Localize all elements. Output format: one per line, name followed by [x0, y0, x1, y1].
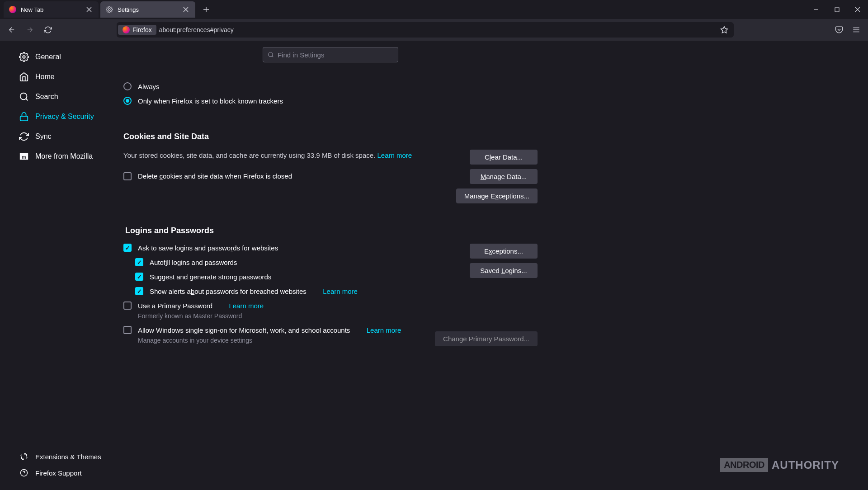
logins-exceptions-button[interactable]: Exceptions...	[470, 244, 538, 259]
learn-more-link[interactable]: Learn more	[229, 302, 264, 310]
maximize-button[interactable]	[826, 0, 847, 19]
svg-text:m: m	[22, 155, 26, 160]
checkbox-label: Use a Primary Password	[138, 302, 212, 310]
checkbox-label: Allow Windows single sign-on for Microso…	[138, 326, 350, 334]
sidebar-label: Search	[35, 93, 58, 101]
checkbox-label: Autofill logins and passwords	[150, 259, 237, 266]
checkbox-autofill[interactable]: Autofill logins and passwords	[135, 258, 424, 266]
sidebar-item-more-mozilla[interactable]: m More from Mozilla	[17, 146, 111, 166]
clear-data-button[interactable]: Clear Data...	[470, 150, 538, 165]
pocket-button[interactable]	[832, 23, 846, 37]
mozilla-icon: m	[19, 151, 29, 161]
settings-search-input[interactable]: Find in Settings	[263, 47, 398, 62]
cookies-description: Your stored cookies, site data, and cach…	[123, 150, 445, 161]
checkbox-icon	[123, 172, 132, 180]
new-tab-button[interactable]	[199, 2, 213, 17]
checkbox-icon	[123, 326, 132, 334]
svg-point-0	[108, 9, 110, 10]
svg-point-14	[269, 52, 273, 57]
sidebar-label: Sync	[35, 132, 52, 141]
url-bar[interactable]: Firefox about:preferences#privacy	[117, 22, 734, 38]
saved-logins-button[interactable]: Saved Logins...	[470, 263, 538, 278]
sidebar-label: Home	[35, 73, 55, 81]
checkbox-primary-password[interactable]: Use a Primary Password Learn more	[123, 302, 424, 310]
checkbox-delete-on-close[interactable]: Delete cookies and site data when Firefo…	[123, 172, 445, 180]
manage-exceptions-button[interactable]: Manage Exceptions...	[456, 188, 538, 203]
lock-icon	[19, 112, 29, 122]
sync-icon	[19, 132, 29, 141]
radio-label: Only when Firefox is set to block known …	[138, 97, 283, 105]
reload-button[interactable]	[41, 23, 55, 37]
settings-sidebar: General Home Search Privacy & Security S…	[0, 41, 111, 490]
sso-subtext: Manage accounts in your device settings	[138, 337, 424, 344]
url-text: about:preferences#privacy	[159, 26, 718, 33]
svg-line-8	[26, 99, 28, 100]
sidebar-item-home[interactable]: Home	[17, 67, 111, 87]
learn-more-link[interactable]: Learn more	[367, 326, 401, 334]
checkbox-ask-save[interactable]: Ask to save logins and passwords for web…	[123, 244, 424, 252]
svg-line-15	[272, 56, 274, 57]
learn-more-link[interactable]: Learn more	[377, 151, 412, 159]
radio-icon	[123, 97, 132, 105]
svg-marker-2	[721, 27, 728, 33]
identity-box[interactable]: Firefox	[118, 25, 156, 35]
app-menu-button[interactable]	[849, 23, 863, 37]
primary-password-subtext: Formerly known as Master Password	[138, 312, 424, 320]
settings-main: Find in Settings Always Only when Firefo…	[111, 41, 868, 490]
bookmark-star-icon[interactable]	[718, 24, 730, 36]
gear-icon	[19, 52, 29, 62]
sidebar-label: More from Mozilla	[35, 152, 93, 160]
checkbox-icon	[135, 287, 143, 295]
titlebar: New Tab Settings	[0, 0, 868, 19]
gear-icon	[106, 6, 113, 13]
checkbox-label: Show alerts about passwords for breached…	[150, 287, 307, 295]
search-icon	[19, 92, 29, 102]
tab-new-tab[interactable]: New Tab	[4, 1, 99, 18]
sidebar-label: Extensions & Themes	[35, 453, 101, 461]
sidebar-label: Privacy & Security	[35, 113, 94, 121]
forward-button[interactable]	[23, 23, 37, 37]
close-icon[interactable]	[182, 5, 190, 14]
close-icon[interactable]	[85, 5, 93, 14]
firefox-icon	[123, 26, 130, 33]
firefox-icon	[9, 6, 16, 13]
svg-rect-9	[20, 116, 28, 121]
back-button[interactable]	[5, 23, 19, 37]
checkbox-windows-sso[interactable]: Allow Windows single sign-on for Microso…	[123, 326, 424, 334]
sidebar-item-privacy[interactable]: Privacy & Security	[17, 107, 111, 127]
section-heading: Logins and Passwords	[125, 226, 538, 236]
checkbox-suggest[interactable]: Suggest and generate strong passwords	[135, 273, 424, 281]
nav-toolbar: Firefox about:preferences#privacy	[0, 19, 868, 41]
checkbox-icon	[123, 302, 132, 310]
tab-title: Settings	[118, 6, 177, 13]
checkbox-breach-alerts[interactable]: Show alerts about passwords for breached…	[135, 287, 424, 295]
help-icon	[19, 468, 29, 478]
radio-dnt-always[interactable]: Always	[123, 82, 538, 90]
close-window-button[interactable]	[847, 0, 868, 19]
sidebar-item-sync[interactable]: Sync	[17, 127, 111, 146]
home-icon	[19, 72, 29, 82]
checkbox-icon	[123, 244, 132, 252]
checkbox-label: Delete cookies and site data when Firefo…	[138, 172, 292, 180]
search-placeholder: Find in Settings	[278, 51, 324, 59]
manage-data-button[interactable]: Manage Data...	[470, 169, 538, 184]
radio-icon	[123, 82, 132, 90]
sidebar-item-search[interactable]: Search	[17, 87, 111, 107]
sidebar-item-general[interactable]: General	[17, 47, 111, 67]
tab-settings[interactable]: Settings	[100, 1, 195, 18]
sidebar-label: Firefox Support	[35, 469, 82, 477]
radio-label: Always	[138, 83, 160, 90]
radio-dnt-only[interactable]: Only when Firefox is set to block known …	[123, 97, 538, 105]
tab-title: New Tab	[21, 6, 80, 13]
puzzle-icon	[19, 452, 29, 462]
svg-point-7	[20, 93, 27, 100]
svg-point-6	[23, 56, 25, 58]
sidebar-item-support[interactable]: Firefox Support	[17, 465, 111, 481]
sidebar-item-extensions[interactable]: Extensions & Themes	[17, 448, 111, 465]
learn-more-link[interactable]: Learn more	[323, 287, 358, 295]
minimize-button[interactable]	[806, 0, 826, 19]
watermark: ANDROID AUTHORITY	[720, 458, 839, 472]
change-primary-password-button[interactable]: Change Primary Password...	[435, 331, 538, 346]
checkbox-label: Ask to save logins and passwords for web…	[138, 244, 278, 252]
window-controls	[806, 0, 868, 19]
